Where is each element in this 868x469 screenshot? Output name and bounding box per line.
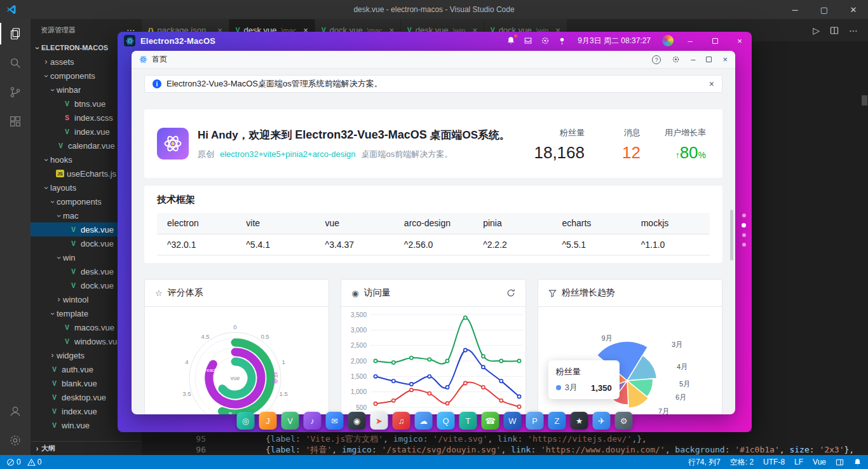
file-name: mac bbox=[63, 211, 79, 221]
star-icon: ☆ bbox=[155, 289, 163, 298]
dock-app-icon-6[interactable]: ◉ bbox=[348, 412, 366, 430]
clock-datetime[interactable]: 9月3日 周二 08:37:27 bbox=[578, 36, 651, 46]
dock-app-icon-7[interactable]: ➤ bbox=[370, 412, 388, 430]
file-name: dock.vue bbox=[81, 281, 114, 290]
vue-file-icon: V bbox=[50, 379, 59, 388]
vue-file-icon: V bbox=[50, 365, 59, 374]
statusbar: 0 0 行74, 列7 空格: 2 UTF-8 LF Vue bbox=[0, 455, 868, 469]
dock-app-icon-5[interactable]: ✉ bbox=[326, 412, 344, 430]
notifications-bell-icon[interactable] bbox=[853, 458, 862, 466]
explorer-icon[interactable] bbox=[0, 19, 31, 48]
chevron-right-icon: › bbox=[42, 57, 50, 66]
indentation[interactable]: 空格: 2 bbox=[730, 457, 754, 468]
editor-layout-icon[interactable] bbox=[836, 458, 844, 466]
file-name: desk.vue bbox=[81, 267, 114, 276]
dock-app-icon-1[interactable]: ◎ bbox=[237, 412, 255, 430]
errors-indicator[interactable]: 0 bbox=[6, 458, 21, 466]
page-dot[interactable] bbox=[742, 243, 746, 247]
dock-app-icon-13[interactable]: W bbox=[504, 412, 522, 430]
app-restore-button[interactable] bbox=[707, 34, 723, 48]
electron-app-window: Electron32-MacOS 9月3日 周二 08:37:27 – bbox=[118, 32, 752, 432]
svg-text:3月: 3月 bbox=[672, 341, 682, 348]
home-minimize-icon[interactable]: – bbox=[691, 55, 695, 64]
page-dot[interactable] bbox=[742, 233, 746, 237]
app-close-button[interactable]: × bbox=[731, 34, 748, 48]
window-settings-gear-icon[interactable] bbox=[672, 55, 680, 64]
settings-gear-icon[interactable] bbox=[0, 426, 31, 455]
app-minimize-button[interactable]: – bbox=[682, 34, 698, 48]
page-dot[interactable] bbox=[742, 214, 746, 217]
svg-text:4月: 4月 bbox=[677, 363, 688, 370]
account-icon[interactable] bbox=[0, 397, 31, 426]
file-name: blank.vue bbox=[62, 379, 97, 388]
bell-icon[interactable] bbox=[506, 36, 515, 45]
encoding[interactable]: UTF-8 bbox=[763, 458, 785, 466]
gear-icon[interactable] bbox=[541, 36, 550, 45]
rating-chart-title: 评分体系 bbox=[168, 287, 203, 299]
pin-icon[interactable] bbox=[558, 37, 566, 45]
chevron-down-icon: › bbox=[55, 254, 64, 262]
dock-app-icon-3[interactable]: V bbox=[281, 412, 299, 430]
inbox-icon[interactable] bbox=[524, 36, 532, 45]
help-icon[interactable]: ? bbox=[652, 55, 661, 64]
line-number: 96 bbox=[142, 444, 221, 455]
extensions-icon[interactable] bbox=[0, 107, 31, 136]
home-window-scrollbar[interactable] bbox=[730, 210, 733, 261]
outline-section[interactable]: › 大纲 bbox=[31, 441, 142, 455]
eol-sequence[interactable]: LF bbox=[794, 458, 803, 466]
framework-header-cell: vue bbox=[315, 213, 394, 234]
svg-text:0: 0 bbox=[233, 323, 236, 330]
language-mode[interactable]: Vue bbox=[813, 458, 826, 466]
maximize-button[interactable]: ▢ bbox=[810, 0, 839, 19]
tech-stack-link[interactable]: electron32+vite5+pinia2+arco-design bbox=[220, 149, 356, 159]
user-avatar[interactable] bbox=[662, 35, 674, 46]
home-maximize-icon[interactable] bbox=[706, 57, 712, 62]
file-name: useEcharts.js bbox=[67, 169, 116, 179]
framework-version-cell: ^5.4.1 bbox=[236, 234, 315, 255]
dock-app-icon-8[interactable]: ♫ bbox=[393, 412, 410, 430]
dock-app-icon-2[interactable]: J bbox=[259, 412, 277, 430]
refresh-icon[interactable] bbox=[506, 289, 515, 297]
editor-scrollbar[interactable] bbox=[862, 95, 867, 105]
file-name: index.scss bbox=[74, 113, 113, 123]
dock-app-icon-16[interactable]: ★ bbox=[571, 412, 588, 430]
atom-icon bbox=[139, 55, 147, 64]
warnings-indicator[interactable]: 0 bbox=[27, 458, 42, 466]
dock-app-icon-17[interactable]: ✈ bbox=[593, 412, 611, 430]
source-control-icon[interactable] bbox=[0, 78, 31, 107]
dock-app-icon-10[interactable]: Q bbox=[437, 412, 455, 430]
line-number: 95 bbox=[142, 433, 221, 444]
page-dot[interactable] bbox=[742, 223, 746, 228]
home-tab-label[interactable]: 首页 bbox=[152, 54, 167, 65]
dock-app-icon-11[interactable]: T bbox=[459, 412, 477, 430]
framework-header-cell: mockjs bbox=[631, 213, 710, 234]
cursor-position[interactable]: 行74, 列7 bbox=[688, 457, 721, 468]
dock-app-icon-12[interactable]: ☎ bbox=[482, 412, 499, 430]
app-titlebar[interactable]: Electron32-MacOS 9月3日 周二 08:37:27 – bbox=[118, 32, 752, 50]
chevron-down-icon: › bbox=[42, 184, 51, 192]
search-icon[interactable] bbox=[0, 48, 31, 78]
close-button[interactable]: ✕ bbox=[839, 0, 868, 19]
original-badge: 原创 bbox=[198, 149, 214, 160]
svg-text:4: 4 bbox=[185, 358, 188, 365]
alert-close-icon[interactable]: × bbox=[709, 79, 714, 89]
file-name: template bbox=[57, 309, 88, 318]
dock-app-icon-4[interactable]: ♪ bbox=[304, 412, 322, 430]
rating-polar-chart: 00.511.533.544.5reactjsvue综合 bbox=[145, 307, 329, 414]
vue-file-icon: V bbox=[62, 337, 72, 346]
dock-app-icon-9[interactable]: ☁ bbox=[415, 412, 433, 430]
app-dock: ◎JV♪✉◉➤♫☁QT☎WPZ★✈⚙ bbox=[237, 412, 633, 430]
home-window-header[interactable]: 首页 ? – × bbox=[132, 51, 735, 69]
dock-app-icon-14[interactable]: P bbox=[526, 412, 544, 430]
home-close-icon[interactable]: × bbox=[722, 55, 728, 64]
editor-more-actions-icon[interactable]: ⋯ bbox=[849, 25, 858, 36]
file-name: dock.vue bbox=[81, 239, 114, 248]
split-editor-button[interactable] bbox=[830, 26, 839, 35]
explorer-header-label: 资源管理器 bbox=[41, 25, 76, 35]
run-button[interactable]: ▷ bbox=[813, 25, 820, 36]
dock-app-icon-15[interactable]: Z bbox=[548, 412, 566, 430]
code-text: {label: 'Vite.js官方文档', imgico: '/vite.sv… bbox=[221, 433, 647, 444]
minimize-button[interactable]: ─ bbox=[780, 0, 810, 19]
window-title: desk.vue - electron-macos - Visual Studi… bbox=[0, 5, 868, 14]
dock-app-icon-18[interactable]: ⚙ bbox=[615, 412, 633, 430]
